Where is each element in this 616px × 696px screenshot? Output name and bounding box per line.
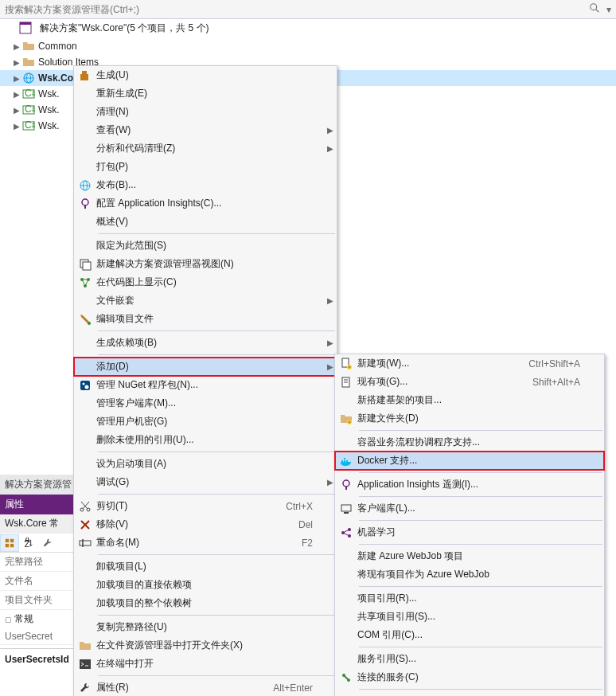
menu-item[interactable]: Application Insights 遥测(I)... [335,475,604,494]
svg-rect-46 [341,460,343,462]
menu-item[interactable]: 限定为此范围(S) [74,237,337,255]
menu-item[interactable]: 共享项目引用(S)... [335,608,604,626]
menu-item[interactable]: 在代码图上显示(C) [74,273,337,291]
menu-item[interactable]: 生成依赖项(B)▶ [74,334,337,352]
menu-item-label: 客户端库(L)... [357,502,591,515]
menu-item[interactable]: 在终端中打开 [74,655,337,673]
menu-item[interactable]: 编辑项目文件 [74,310,337,328]
alphabetical-button[interactable]: AZ [19,534,38,552]
prop-category[interactable]: 常规 [0,610,80,628]
menu-item[interactable]: 移除(V)Del [74,515,337,534]
search-options-chevron-icon[interactable]: ▾ [603,4,611,15]
menu-item[interactable]: 在文件资源管理器中打开文件夹(X) [74,636,337,655]
menu-item[interactable]: 将现有项目作为 Azure WebJob [335,565,604,584]
menu-item[interactable]: 新建项(W)...Ctrl+Shift+A [335,354,604,373]
solution-label: 解决方案"Wsk.Core"(5 个项目，共 5 个) [40,22,209,35]
svg-text:C#: C# [25,104,35,115]
menu-item[interactable]: 复制完整路径(U) [74,618,337,636]
solution-node[interactable]: 解决方案"Wsk.Core"(5 个项目，共 5 个) [0,19,616,37]
menu-item[interactable]: 打包(P) [74,158,337,176]
menu-item[interactable]: 查看(W)▶ [74,121,337,139]
menu-item[interactable]: 管理 NuGet 程序包(N)... [74,376,337,394]
newview-icon [74,258,96,271]
menu-item[interactable]: 卸载项目(L) [74,557,337,576]
menu-item[interactable]: 管理客户端库(M)... [74,394,337,413]
menu-item[interactable]: 删除未使用的引用(U)... [74,431,337,449]
menu-item[interactable]: 调试(G)▶ [74,473,337,491]
menu-item-label: 机器学习 [357,526,591,539]
menu-item[interactable]: 新建文件夹(D) [335,409,604,428]
categorized-button[interactable] [0,534,19,552]
menu-item[interactable]: 重命名(M)F2 [74,534,337,552]
menu-item[interactable]: COM 引用(C)... [335,626,604,644]
svg-rect-51 [345,487,347,490]
menu-item[interactable]: 新建解决方案资源管理器视图(N) [74,255,337,273]
expand-arrow-icon[interactable]: ▶ [11,90,22,99]
connected-icon [335,671,357,684]
appinsights-icon [335,479,357,491]
menu-item[interactable]: 重新生成(E) [74,84,337,103]
menu-item[interactable]: 生成(U) [74,66,337,84]
menu-item[interactable]: 机器学习 [335,523,604,542]
tree-row[interactable]: ▶ Common [0,38,616,54]
submenu-arrow-icon: ▶ [324,296,337,305]
menu-item[interactable]: 服务引用(S)... [335,650,604,668]
expand-arrow-icon[interactable]: ▶ [11,74,22,83]
menu-item[interactable]: 配置 Application Insights(C)... [74,194,337,213]
svg-point-34 [85,385,89,389]
lower-panels: 解决方案资源管 属性 Wsk.Core 常 AZ 完整路径 文件名 项目文件夹 … [0,475,80,696]
menu-separator [359,496,602,497]
expand-arrow-icon[interactable]: ▶ [11,106,22,115]
search-icon[interactable] [586,2,603,16]
menu-item-shortcut: Del [298,519,324,530]
menu-separator [359,586,602,587]
menu-item-label: 发布(B)... [96,178,324,192]
nuget-icon [74,379,96,392]
menu-item[interactable]: 现有项(G)...Shift+Alt+A [335,373,604,391]
menu-item[interactable]: 新建 Azure WebJob 项目 [335,547,604,565]
wrench-button[interactable] [38,534,57,552]
menu-item-label: 复制完整路径(U) [96,620,324,634]
search-input[interactable] [5,4,586,15]
expand-arrow-icon[interactable]: ▶ [11,122,22,131]
menu-item-label: 打包(P) [96,160,324,174]
menu-item[interactable]: 剪切(T)Ctrl+X [74,497,337,515]
expand-arrow-icon[interactable]: ▶ [11,42,22,51]
menu-item-label: 容器业务流程协调程序支持... [357,436,591,449]
cut-icon [74,500,96,513]
menu-item-label: 概述(V) [96,215,324,229]
menu-item[interactable]: 属性(R)Alt+Enter [74,678,337,696]
menu-item-label: 新搭建基架的项目... [357,393,591,407]
tree-label: Common [38,41,77,52]
menu-item[interactable]: 加载项目的整个依赖树 [74,594,337,612]
menu-item-label: 新建文件夹(D) [357,412,591,425]
svg-line-1 [596,10,599,13]
menu-item[interactable]: 发布(B)... [74,176,337,194]
menu-item[interactable]: Docker 支持... [335,452,604,470]
menu-item[interactable]: 分析和代码清理(Z)▶ [74,139,337,158]
menu-item[interactable]: 清理(N) [74,103,337,121]
publish-icon [74,179,96,192]
prop-row: 项目文件夹 [0,591,80,610]
solution-explorer-tab[interactable]: 解决方案资源管 [0,475,80,495]
svg-text:C#: C# [25,119,35,131]
svg-point-33 [83,382,85,385]
menu-item[interactable]: 添加(D)▶ [74,358,337,376]
menu-item[interactable]: 项目引用(R)... [335,589,604,608]
menu-item[interactable]: 类(C)... [335,692,604,696]
menu-item-label: 新建解决方案资源管理器视图(N) [96,257,324,271]
menu-item-label: 现有项(G)... [357,375,532,389]
menu-item[interactable]: 新搭建基架的项目... [335,391,604,409]
menu-item[interactable]: 设为启动项目(A) [74,455,337,473]
menu-item-label: 分析和代码清理(Z) [96,142,324,155]
expand-arrow-icon[interactable]: ▶ [11,58,22,67]
menu-item[interactable]: 加载项目的直接依赖项 [74,576,337,594]
menu-item[interactable]: 连接的服务(C) [335,668,604,686]
svg-rect-3 [20,22,31,25]
menu-item[interactable]: 概述(V) [74,213,337,231]
menu-item[interactable]: 管理用户机密(G) [74,413,337,431]
terminal-icon [74,658,96,671]
menu-item[interactable]: 容器业务流程协调程序支持... [335,433,604,452]
menu-item[interactable]: 文件嵌套▶ [74,291,337,310]
menu-item[interactable]: 客户端库(L)... [335,499,604,518]
